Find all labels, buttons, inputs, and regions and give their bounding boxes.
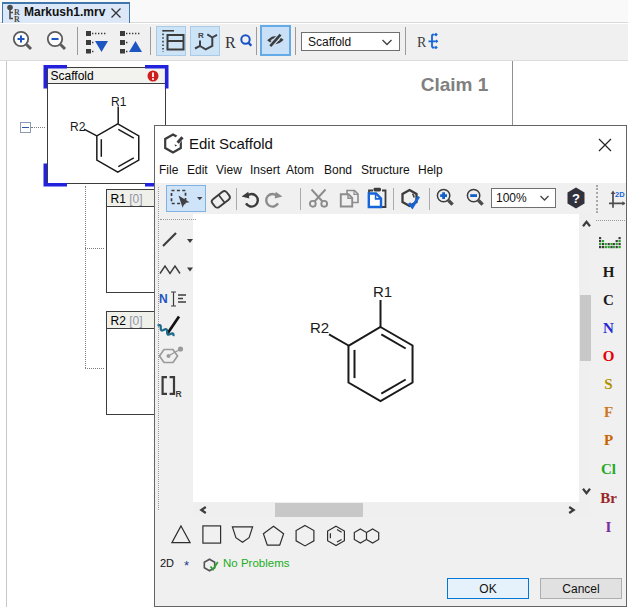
- svg-text:2D: 2D: [615, 190, 625, 199]
- svg-text:?: ?: [572, 191, 580, 206]
- svg-text:N: N: [159, 292, 168, 306]
- svg-text:R: R: [417, 35, 427, 50]
- svg-text:R: R: [14, 15, 20, 23]
- svg-text:R: R: [225, 34, 236, 51]
- svg-text:R: R: [176, 389, 182, 399]
- svg-text:R: R: [198, 31, 204, 40]
